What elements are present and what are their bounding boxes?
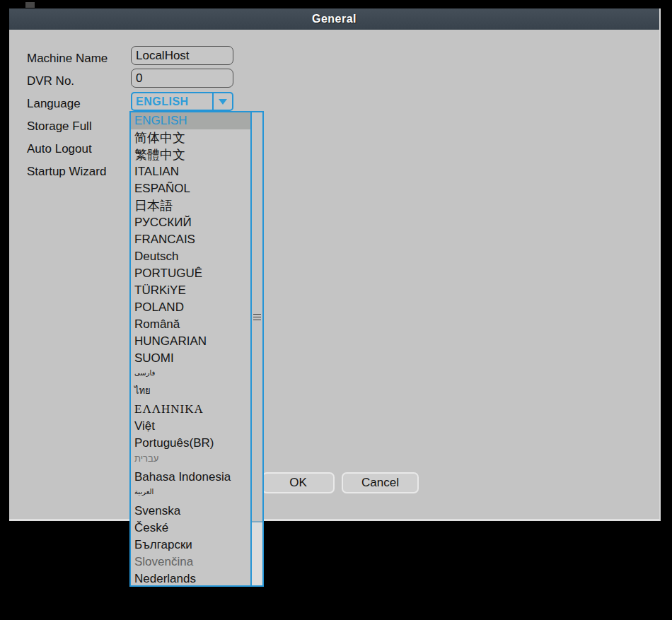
scrollbar-grip-icon	[253, 317, 261, 317]
dropdown-option[interactable]: Svenska	[131, 503, 250, 520]
machine-name-label: Machine Name	[27, 52, 108, 66]
scrollbar-grip-icon	[253, 320, 261, 320]
dropdown-option[interactable]: 简体中文	[131, 129, 250, 146]
dropdown-option[interactable]: PORTUGUÊ	[131, 265, 250, 282]
language-dropdown-panel: ENGLISH简体中文繁體中文ITALIANESPAÑOL日本語РУССКИЙF…	[129, 111, 264, 587]
dropdown-option[interactable]: HUNGARIAN	[131, 333, 250, 350]
dropdown-option[interactable]: Română	[131, 316, 250, 333]
dropdown-scrollbar[interactable]	[250, 112, 262, 585]
auto-logout-label: Auto Logout	[27, 142, 92, 156]
dropdown-option[interactable]: Português(BR)	[131, 435, 250, 452]
dialog-title: General	[312, 13, 357, 25]
dialog-titlebar[interactable]: General	[9, 8, 659, 30]
dropdown-option[interactable]: العربية	[131, 486, 250, 503]
dropdown-option[interactable]: 日本語	[131, 197, 250, 214]
language-select-arrow-button[interactable]	[212, 93, 232, 110]
dropdown-option[interactable]: Việt	[131, 418, 250, 435]
dropdown-option[interactable]: ΕΛΛΗΝΙΚΑ	[131, 401, 250, 418]
dvr-no-input[interactable]	[131, 69, 233, 88]
dropdown-option[interactable]: ไทย	[131, 384, 250, 401]
dropdown-option[interactable]: Български	[131, 537, 250, 554]
dropdown-option[interactable]: ESPAÑOL	[131, 180, 250, 197]
ok-button[interactable]: OK	[262, 472, 335, 493]
dropdown-option[interactable]: FRANCAIS	[131, 231, 250, 248]
language-dropdown-list: ENGLISH简体中文繁體中文ITALIANESPAÑOL日本語РУССКИЙF…	[131, 112, 250, 585]
dvr-no-label: DVR No.	[27, 74, 74, 88]
dropdown-option[interactable]: РУССКИЙ	[131, 214, 250, 231]
language-select-value: ENGLISH	[132, 95, 212, 108]
dropdown-option[interactable]: Bahasa Indonesia	[131, 469, 250, 486]
scrollbar-grip-icon	[253, 314, 261, 315]
chevron-down-icon	[219, 99, 227, 105]
dropdown-option[interactable]: עברית	[131, 452, 250, 469]
dropdown-option[interactable]: SUOMI	[131, 350, 250, 367]
dropdown-option[interactable]: ITALIAN	[131, 163, 250, 180]
dropdown-option[interactable]: فارسی	[131, 367, 250, 384]
language-select[interactable]: ENGLISH	[131, 92, 233, 111]
dropdown-option[interactable]: České	[131, 520, 250, 537]
cancel-button[interactable]: Cancel	[342, 472, 419, 493]
dropdown-option[interactable]: Nederlands	[131, 571, 250, 585]
language-label: Language	[27, 97, 81, 111]
dropdown-scrollbar-thumb[interactable]	[252, 112, 262, 522]
storage-full-label: Storage Full	[27, 119, 92, 134]
machine-name-input[interactable]	[131, 46, 233, 65]
general-settings-dialog: General Machine Name DVR No. Language St…	[9, 8, 661, 521]
dropdown-option[interactable]: Deutsch	[131, 248, 250, 265]
dropdown-option-selected[interactable]: ENGLISH	[131, 112, 250, 129]
startup-wizard-label: Startup Wizard	[27, 165, 106, 179]
dropdown-option[interactable]: Slovenčina	[131, 554, 250, 571]
dropdown-option[interactable]: 繁體中文	[131, 146, 250, 163]
dropdown-option[interactable]: TÜRKiYE	[131, 282, 250, 299]
dropdown-option[interactable]: POLAND	[131, 299, 250, 316]
screen-artifact	[25, 2, 35, 8]
